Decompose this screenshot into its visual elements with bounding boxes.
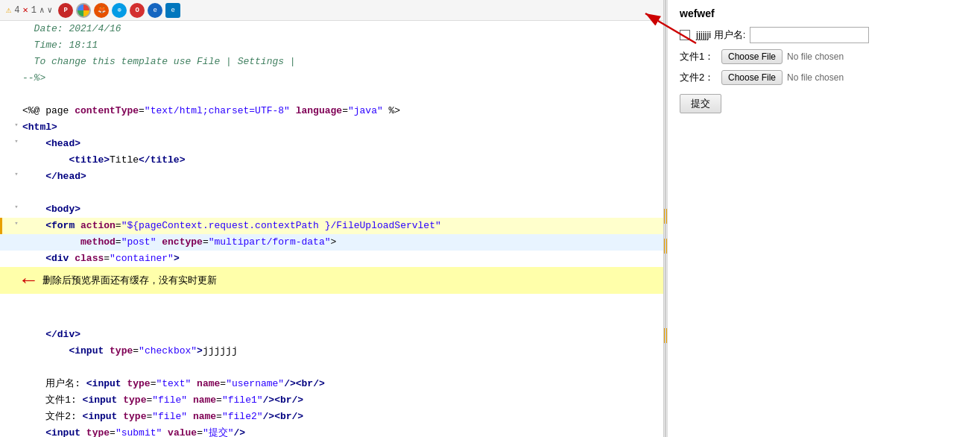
code-line bbox=[0, 359, 663, 376]
line-content bbox=[21, 294, 663, 310]
line-fold: ▾ bbox=[12, 136, 21, 145]
line-fold bbox=[12, 392, 21, 394]
code-line-method: method="post" enctype="multipart/form-da… bbox=[0, 234, 663, 251]
annotation-text: 删除后预览界面还有缓存，没有实时更新 bbox=[42, 274, 217, 287]
opera-icon[interactable]: O bbox=[130, 3, 145, 18]
arrow-down-icon[interactable]: ∨ bbox=[48, 5, 53, 15]
line-content: <head> bbox=[21, 136, 663, 152]
line-fold: ▾ bbox=[12, 218, 21, 227]
code-line bbox=[0, 185, 663, 201]
red-arrow-left-icon: ← bbox=[22, 269, 35, 292]
file1-row: 文件1： Choose File No file chosen bbox=[680, 49, 968, 64]
line-content: <form action="${pageContext.request.cont… bbox=[21, 218, 663, 234]
arrow-up-icon[interactable]: ∧ bbox=[39, 5, 45, 15]
line-fold bbox=[12, 425, 21, 427]
firefox-icon[interactable]: 🦊 bbox=[94, 3, 109, 18]
line-fold bbox=[12, 359, 21, 361]
code-line: ▾ <body> bbox=[0, 201, 663, 218]
line-content: <body> bbox=[21, 201, 663, 218]
line-content: <html> bbox=[21, 119, 663, 136]
line-fold bbox=[12, 37, 21, 39]
username-input[interactable] bbox=[750, 27, 869, 43]
file2-choose-button[interactable]: Choose File bbox=[721, 70, 783, 85]
line-gutter bbox=[0, 327, 12, 328]
line-gutter bbox=[0, 103, 12, 104]
line-gutter bbox=[0, 251, 12, 252]
file1-label: 文件1： bbox=[680, 50, 717, 63]
line-gutter bbox=[0, 152, 12, 154]
line-content: 用户名: <input type="text" name="username"/… bbox=[21, 376, 663, 392]
line-fold bbox=[12, 310, 21, 312]
file2-row: 文件2： Choose File No file chosen bbox=[680, 70, 968, 85]
code-line bbox=[0, 87, 663, 103]
line-gutter bbox=[0, 376, 12, 377]
file2-no-file-text: No file chosen bbox=[787, 72, 844, 83]
file1-choose-button[interactable]: Choose File bbox=[721, 49, 783, 64]
warning-icon: ⚠ bbox=[6, 4, 11, 16]
line-content: Time: 18:11 bbox=[21, 37, 663, 54]
username-row: jjjjjji 用户名: bbox=[680, 27, 968, 43]
line-content bbox=[21, 359, 663, 376]
line-gutter bbox=[0, 392, 12, 394]
code-line: 文件1: <input type="file" name="file1"/><b… bbox=[0, 392, 663, 409]
line-gutter bbox=[0, 37, 12, 39]
file1-no-file-text: No file chosen bbox=[787, 51, 844, 62]
code-editor-panel: ⚠ 4 ✕ 1 ∧ ∨ P 🦊 ⊕ O e e Dat bbox=[0, 0, 664, 437]
line-gutter bbox=[0, 119, 12, 121]
code-line bbox=[0, 310, 663, 327]
warning-count: 4 bbox=[14, 5, 19, 16]
code-line: ▾ </head> bbox=[0, 169, 663, 185]
line-content: 文件1: <input type="file" name="file1"/><b… bbox=[21, 392, 663, 409]
line-gutter bbox=[0, 294, 12, 295]
code-line: Date: 2021/4/16 bbox=[0, 21, 663, 37]
line-gutter bbox=[0, 87, 12, 88]
line-fold bbox=[12, 343, 21, 345]
chrome-icon[interactable] bbox=[76, 3, 91, 18]
line-gutter bbox=[0, 201, 12, 203]
code-line: <title>Title</title> bbox=[0, 152, 663, 169]
yellow-strip bbox=[0, 218, 2, 234]
code-line: <input type="submit" value="提交"/> bbox=[0, 425, 663, 437]
line-fold bbox=[12, 103, 21, 104]
editor-toolbar: ⚠ 4 ✕ 1 ∧ ∨ P 🦊 ⊕ O e e bbox=[0, 0, 663, 21]
code-line: 用户名: <input type="text" name="username"/… bbox=[0, 376, 663, 392]
line-fold bbox=[12, 376, 21, 377]
preview-title: wefwef bbox=[680, 7, 968, 19]
submit-row: 提交 bbox=[680, 91, 968, 113]
line-fold: ▾ bbox=[12, 119, 21, 129]
error-count: 1 bbox=[31, 5, 37, 16]
line-fold bbox=[12, 234, 21, 236]
code-line: <div class="container"> bbox=[0, 251, 663, 267]
line-gutter bbox=[0, 343, 12, 345]
line-fold: ▾ bbox=[12, 201, 21, 211]
line-gutter bbox=[0, 136, 12, 137]
line-fold bbox=[12, 185, 21, 186]
ie-icon[interactable]: e bbox=[148, 3, 162, 18]
code-line: <input type="checkbox">jjjjjj bbox=[0, 343, 663, 359]
line-content: <%@ page contentType="text/html;charset=… bbox=[21, 103, 663, 119]
checkbox-input[interactable] bbox=[680, 30, 690, 40]
preview-panel: wefwef jjjjjji 用户名: 文件1： Choose File No … bbox=[667, 0, 980, 437]
annotation-row: ← 删除后预览界面还有缓存，没有实时更新 bbox=[0, 267, 663, 294]
line-content: --%> bbox=[21, 70, 663, 87]
code-line: ▾ <html> bbox=[0, 119, 663, 136]
plugin-icon[interactable]: P bbox=[58, 3, 73, 18]
safari-icon[interactable]: ⊕ bbox=[112, 3, 127, 18]
line-gutter bbox=[0, 54, 12, 55]
line-fold: ▾ bbox=[12, 169, 21, 178]
line-content bbox=[21, 185, 663, 201]
line-content: <input type="checkbox">jjjjjj bbox=[21, 343, 663, 359]
line-gutter bbox=[0, 425, 12, 427]
submit-button[interactable]: 提交 bbox=[680, 94, 721, 113]
code-line: Time: 18:11 bbox=[0, 37, 663, 54]
line-content: 文件2: <input type="file" name="file2"/><b… bbox=[21, 409, 663, 425]
line-fold bbox=[12, 87, 21, 88]
error-icon: ✕ bbox=[22, 4, 28, 16]
code-line: <%@ page contentType="text/html;charset=… bbox=[0, 103, 663, 119]
edge-icon[interactable]: e bbox=[165, 3, 180, 18]
line-content: <title>Title</title> bbox=[21, 152, 663, 169]
line-gutter bbox=[0, 234, 12, 236]
line-fold bbox=[12, 152, 21, 154]
checkbox-label: jjjjjji 用户名: bbox=[696, 28, 745, 42]
browser-icons: P 🦊 ⊕ O e e bbox=[58, 3, 180, 18]
